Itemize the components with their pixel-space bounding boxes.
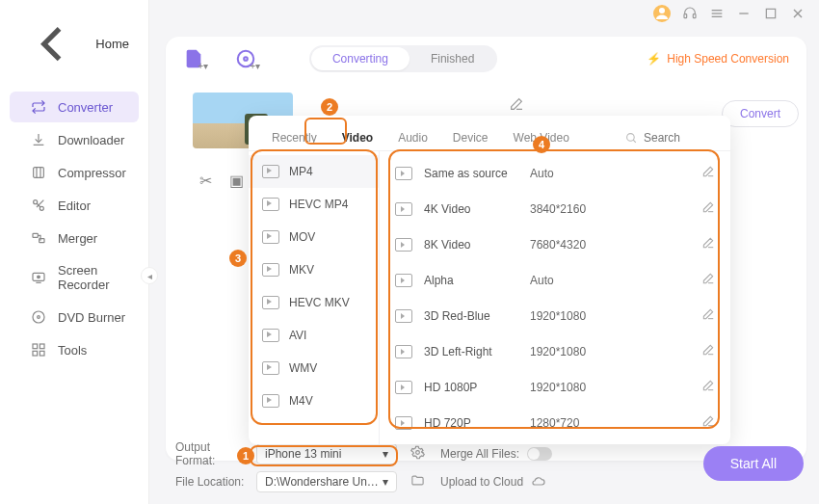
file-location-label: File Location: xyxy=(175,475,249,489)
sidebar-item-label: Screen Recorder xyxy=(58,263,129,292)
dvd-burner-icon xyxy=(31,309,46,325)
bolt-icon: ⚡ xyxy=(647,52,661,66)
svg-rect-10 xyxy=(34,168,44,178)
close-icon[interactable] xyxy=(790,6,806,21)
svg-rect-2 xyxy=(693,14,696,18)
hamburger-icon[interactable] xyxy=(709,6,725,21)
file-location-value: D:\Wondershare UniConverter 1 xyxy=(265,475,381,489)
svg-point-29 xyxy=(244,57,248,61)
svg-rect-25 xyxy=(40,344,44,349)
upload-cloud-label: Upload to Cloud xyxy=(440,475,523,489)
sidebar-item-converter[interactable]: Converter xyxy=(10,92,139,122)
svg-rect-1 xyxy=(684,14,687,18)
settings-icon[interactable] xyxy=(410,445,425,463)
sidebar-collapse-button[interactable]: ◂ xyxy=(141,267,158,284)
edit-toolbar: ✂ ▣ xyxy=(199,172,244,190)
chevron-down-icon: ▾ xyxy=(383,475,388,489)
edit-target-icon[interactable] xyxy=(509,96,524,116)
sidebar-list: Converter Downloader Compressor Editor M… xyxy=(0,92,148,365)
tab-device[interactable]: Device xyxy=(443,125,498,150)
file-location-select[interactable]: D:\Wondershare UniConverter 1 ▾ xyxy=(256,471,397,492)
maximize-icon[interactable] xyxy=(763,6,779,21)
svg-point-20 xyxy=(38,276,40,279)
merge-toggle[interactable] xyxy=(527,447,552,461)
add-dvd-icon[interactable]: +▾ xyxy=(235,48,256,69)
search-input[interactable] xyxy=(644,131,711,145)
callout-highlight-4 xyxy=(388,149,720,429)
sidebar-item-editor[interactable]: Editor xyxy=(10,190,139,221)
tab-audio[interactable]: Audio xyxy=(388,125,437,150)
format-search[interactable] xyxy=(625,131,717,145)
downloader-icon xyxy=(31,132,46,147)
cloud-icon[interactable] xyxy=(531,473,546,491)
titlebar xyxy=(653,0,819,27)
home-nav[interactable]: Home xyxy=(0,0,148,82)
svg-point-32 xyxy=(416,451,420,455)
svg-rect-17 xyxy=(33,234,38,238)
high-speed-conversion[interactable]: ⚡ High Speed Conversion xyxy=(647,52,789,66)
sidebar-item-screen-recorder[interactable]: Screen Recorder xyxy=(10,255,139,300)
sidebar-item-dvd-burner[interactable]: DVD Burner xyxy=(10,302,139,332)
svg-line-31 xyxy=(633,140,636,143)
hsc-label: High Speed Conversion xyxy=(667,52,789,66)
minimize-icon[interactable] xyxy=(736,6,752,21)
home-label: Home xyxy=(95,37,129,51)
start-all-button[interactable]: Start All xyxy=(703,446,804,481)
open-folder-icon[interactable] xyxy=(410,473,425,491)
add-file-icon[interactable]: +▾ xyxy=(183,48,204,69)
callout-badge-3: 3 xyxy=(229,250,247,267)
crop-icon[interactable]: ▣ xyxy=(229,172,244,190)
sidebar-item-label: Downloader xyxy=(58,133,124,147)
callout-badge-4: 4 xyxy=(533,136,550,153)
svg-point-23 xyxy=(38,316,40,319)
merger-icon xyxy=(31,230,46,246)
sidebar-item-compressor[interactable]: Compressor xyxy=(10,157,139,188)
sidebar: Home Converter Downloader Compressor Edi… xyxy=(0,0,149,504)
callout-highlight-2 xyxy=(304,118,347,145)
screen-recorder-icon xyxy=(31,270,46,285)
convert-button[interactable]: Convert xyxy=(722,100,799,127)
scissors-icon[interactable]: ✂ xyxy=(199,172,212,190)
user-avatar[interactable] xyxy=(653,5,671,22)
sidebar-item-label: Compressor xyxy=(58,166,126,180)
callout-highlight-1 xyxy=(250,445,398,466)
callout-badge-2: 2 xyxy=(321,98,338,116)
svg-rect-26 xyxy=(33,352,38,357)
sidebar-item-label: DVD Burner xyxy=(58,310,125,325)
seg-finished[interactable]: Finished xyxy=(410,47,495,70)
sidebar-item-label: Tools xyxy=(58,343,87,358)
sidebar-item-label: Editor xyxy=(58,199,91,213)
sidebar-item-merger[interactable]: Merger xyxy=(10,223,139,253)
svg-point-22 xyxy=(33,311,44,323)
svg-rect-27 xyxy=(40,352,44,357)
sidebar-item-downloader[interactable]: Downloader xyxy=(10,124,139,155)
svg-point-0 xyxy=(659,8,665,13)
svg-rect-24 xyxy=(33,344,38,349)
status-segment: Converting Finished xyxy=(309,45,497,72)
editor-icon xyxy=(31,198,46,213)
callout-highlight-3 xyxy=(251,149,378,425)
callout-badge-1: 1 xyxy=(237,447,254,464)
compressor-icon xyxy=(31,165,46,180)
sidebar-item-label: Merger xyxy=(58,231,97,246)
headset-icon[interactable] xyxy=(682,6,698,21)
merge-label: Merge All Files: xyxy=(440,447,519,461)
svg-rect-7 xyxy=(766,9,775,17)
tools-icon xyxy=(31,342,46,358)
sidebar-item-label: Converter xyxy=(58,100,113,115)
sidebar-item-tools[interactable]: Tools xyxy=(10,334,139,365)
converter-icon xyxy=(31,99,46,115)
svg-point-30 xyxy=(627,133,635,141)
panel-topbar: +▾ +▾ Converting Finished ⚡ High Speed C… xyxy=(166,37,806,81)
seg-converting[interactable]: Converting xyxy=(311,47,410,70)
